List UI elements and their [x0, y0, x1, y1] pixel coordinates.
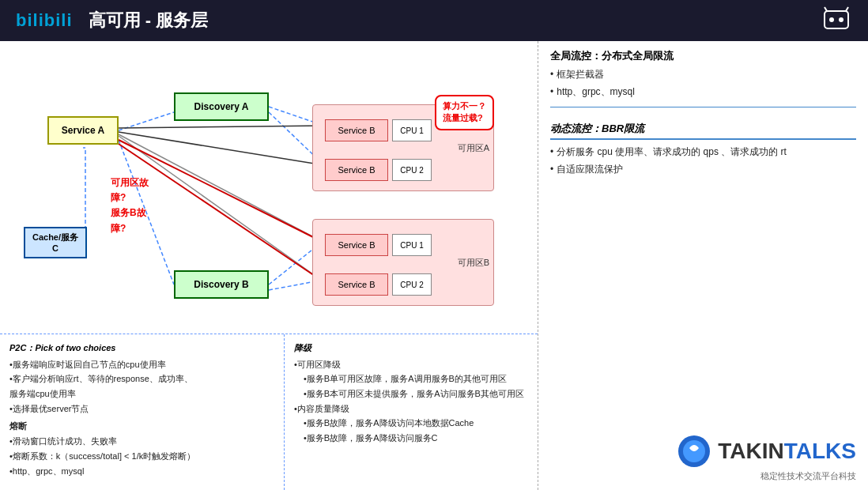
brand-name: TAKIN: [718, 439, 783, 464]
cpu2-b: CPU 2: [392, 273, 432, 296]
cpu2-a: CPU 2: [392, 159, 432, 181]
svg-line-15: [119, 140, 324, 243]
cache-node: Cache/服务C: [24, 227, 87, 258]
header-icon: [821, 5, 852, 36]
bilibili-logo: bilibili: [16, 10, 73, 31]
main-content: Service A Discovery A Discovery B Cache/…: [0, 41, 868, 490]
downgrade-title: 降级: [294, 341, 528, 356]
downgrade-item-1b: •服务B本可用区未提供服务，服务A访问服务B其他可用区: [294, 386, 528, 401]
brand-subtitle: 稳定性技术交流平台科技: [760, 470, 856, 482]
cpu1-a: CPU 1: [392, 119, 432, 141]
p2c-title: P2C：Pick of two choices: [9, 341, 274, 356]
discovery-b-node: Discovery B: [174, 270, 269, 299]
p2c-section: P2C：Pick of two choices •服务端响应时返回自己节点的cp…: [0, 334, 285, 490]
diagram-area: Service A Discovery A Discovery B Cache/…: [0, 41, 538, 490]
svg-point-2: [839, 17, 843, 22]
p2c-fuse-title: 熔断: [9, 419, 274, 434]
dynamic-flow-section: 动态流控：BBR限流 分析服务 cpu 使用率、请求成功的 qps 、请求成功的…: [550, 122, 856, 178]
service-b2: Service B: [325, 159, 388, 181]
brand-area: TAKIN TALKS 稳定性技术交流平台科技: [550, 426, 856, 482]
global-flow-section: 全局流控：分布式全局限流 框架拦截器 http、grpc、mysql: [550, 49, 856, 107]
global-flow-title: 全局流控：分布式全局限流: [550, 49, 856, 63]
cpu1-b: CPU 1: [392, 234, 432, 256]
dynamic-flow-title: 动态流控：BBR限流: [550, 122, 856, 140]
svg-line-14: [119, 132, 324, 165]
downgrade-section: 降级 •可用区降级 •服务B单可用区故障，服务A调用服务B的其他可用区 •服务B…: [285, 334, 538, 490]
warning-text: 可用区故 障? 服务B故 障?: [111, 175, 149, 236]
svg-point-1: [829, 17, 834, 22]
svg-rect-0: [825, 11, 848, 28]
p2c-item-3: •选择最优server节点: [9, 401, 274, 416]
svg-line-4: [846, 7, 848, 11]
header: bilibili 高可用 - 服务层: [0, 0, 868, 41]
p2c-item-2: •客户端分析响应rt、等待的response、成功率、: [9, 371, 274, 386]
downgrade-item-1: •可用区降级: [294, 357, 528, 372]
p2c-fuse-2: •熔断系数：k（success/total] < 1/k时触发熔断）: [9, 449, 274, 464]
zone-a-label: 可用区A: [458, 142, 489, 154]
flow-item-2: http、grpc、mysql: [550, 84, 856, 101]
p2c-fuse-1: •滑动窗口统计成功、失败率: [9, 434, 274, 449]
svg-line-12: [119, 136, 324, 282]
flow-item-1: 框架拦截器: [550, 66, 856, 84]
discovery-a-node: Discovery A: [174, 92, 269, 121]
dynamic-item-1: 分析服务 cpu 使用率、请求成功的 qps 、请求成功的 rt: [550, 144, 856, 161]
brand-suffix: TALKS: [784, 439, 856, 464]
downgrade-item-2a: •服务B故障，服务A降级访问本地数据Cache: [294, 416, 528, 431]
bottom-section: P2C：Pick of two choices •服务端响应时返回自己节点的cp…: [0, 334, 538, 490]
service-a-node: Service A: [47, 116, 119, 145]
downgrade-item-2: •内容质量降级: [294, 401, 528, 416]
p2c-item-1: •服务端响应时返回自己节点的cpu使用率: [9, 357, 274, 372]
svg-line-5: [119, 112, 174, 130]
p2c-fuse-3: •http、grpc、mysql: [9, 464, 274, 479]
right-panel: 全局流控：分布式全局限流 框架拦截器 http、grpc、mysql 动态流控：…: [538, 41, 868, 490]
zone-b: Service B CPU 1 Service B CPU 2 可用区B: [312, 219, 494, 306]
zone-b-label: 可用区B: [458, 257, 489, 269]
downgrade-item-1a: •服务B单可用区故障，服务A调用服务B的其他可用区: [294, 371, 528, 386]
brand-logo: TAKIN TALKS: [677, 434, 856, 469]
service-b1: Service B: [325, 119, 388, 141]
page-title: 高可用 - 服务层: [89, 9, 209, 32]
service-b3: Service B: [325, 234, 388, 256]
takin-icon: [677, 434, 711, 469]
svg-line-16: [119, 144, 324, 282]
svg-line-13: [119, 126, 324, 128]
dynamic-item-2: 自适应限流保护: [550, 161, 856, 179]
downgrade-item-2b: •服务B故障，服务A降级访问服务C: [294, 431, 528, 446]
speech-bubble: 算力不一？ 流量过载?: [435, 95, 494, 130]
service-b4: Service B: [325, 273, 388, 296]
svg-line-3: [825, 7, 827, 11]
svg-line-11: [119, 134, 324, 243]
p2c-item-2b: 服务端cpu使用率: [9, 386, 274, 401]
